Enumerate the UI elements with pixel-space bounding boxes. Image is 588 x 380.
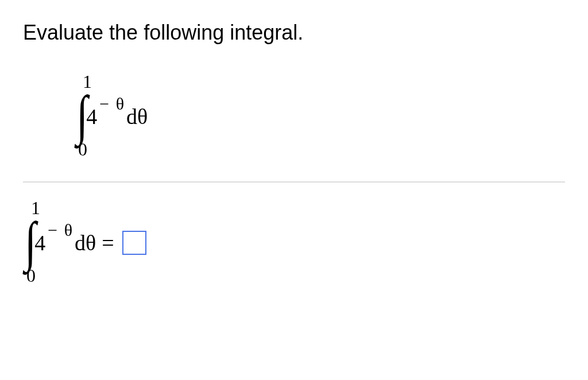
answer-expression: 1 ∫ 4 − θ dθ = 0 bbox=[23, 199, 565, 285]
answer-input[interactable] bbox=[122, 231, 146, 255]
integrand: 4 − θ bbox=[34, 220, 74, 263]
integral-core: ∫ 4 − θ dθ bbox=[75, 94, 148, 137]
section-divider bbox=[23, 181, 565, 183]
equals-sign: = bbox=[102, 230, 114, 254]
question-page: Evaluate the following integral. 1 ∫ 4 −… bbox=[0, 0, 588, 285]
integrand-base: 4 bbox=[86, 103, 97, 127]
answer-core: ∫ 4 − θ dθ = bbox=[23, 220, 146, 263]
differential: dθ bbox=[126, 103, 148, 127]
integral-display: 1 ∫ 4 − θ dθ 0 bbox=[75, 72, 565, 158]
integrand: 4 − θ bbox=[86, 94, 125, 137]
integral-sign-icon: ∫ bbox=[76, 99, 88, 132]
question-prompt: Evaluate the following integral. bbox=[23, 21, 565, 45]
integrand-exponent: − θ bbox=[48, 222, 74, 239]
integrand-base: 4 bbox=[34, 230, 45, 254]
integral-sign-icon: ∫ bbox=[25, 225, 36, 258]
differential: dθ bbox=[75, 230, 96, 254]
integrand-exponent: − θ bbox=[99, 95, 125, 113]
